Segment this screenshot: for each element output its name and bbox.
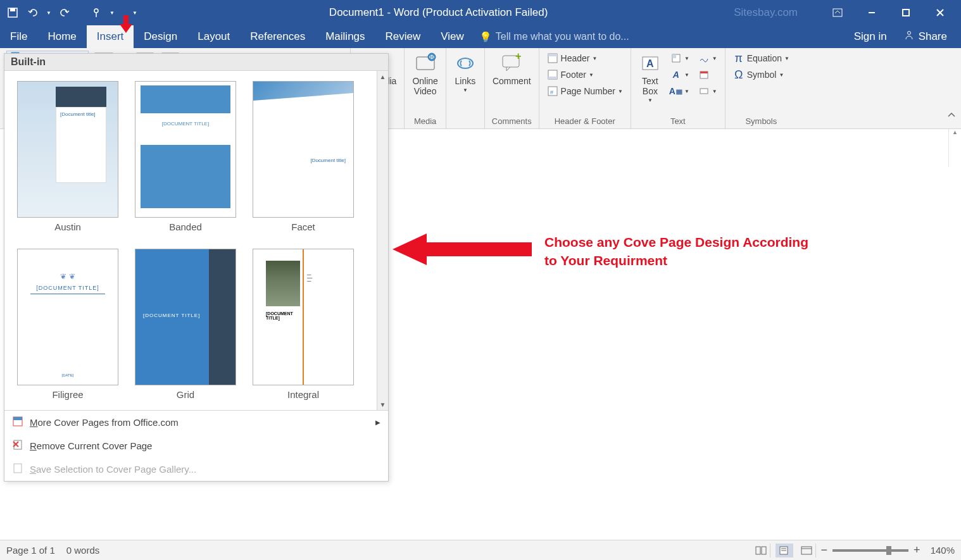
tab-references[interactable]: References (240, 25, 315, 48)
zoom-level[interactable]: 140% (931, 545, 955, 556)
text-box-button[interactable]: A Text Box ▼ (636, 51, 664, 104)
svg-rect-5 (903, 9, 909, 16)
ribbon-display-icon[interactable] (824, 4, 851, 22)
equation-button[interactable]: πEquation ▼ (731, 51, 792, 66)
thumb-integral: [DOCUMENT TITLE] ━━━━━━━━━━ (253, 249, 354, 385)
undo-dropdown-icon[interactable]: ▼ (46, 5, 52, 20)
scroll-up-icon[interactable]: ▲ (949, 129, 961, 140)
watermark-text: Sitesbay.com (734, 6, 798, 19)
cover-page-grid: [Document title] Austin [DOCUMENT TITLE]… (4, 71, 388, 410)
annotation-arrow-left-icon (393, 231, 532, 268)
remove-icon (12, 439, 23, 452)
cover-facet[interactable]: [Document title] Facet (253, 81, 354, 232)
close-icon[interactable] (927, 4, 953, 22)
svg-rect-50 (762, 547, 766, 554)
cover-filigree[interactable]: ❦ ❦[DOCUMENT TITLE] [DATE] Filigree (17, 249, 118, 400)
wordart-button[interactable]: A▼ (668, 67, 692, 82)
quick-parts-icon (670, 53, 682, 64)
signature-icon (698, 53, 710, 64)
scroll-down-icon[interactable]: ▼ (377, 399, 388, 410)
tab-file[interactable]: File (0, 25, 37, 48)
word-count[interactable]: 0 words (66, 545, 100, 556)
svg-text:+: + (515, 52, 521, 61)
window-title: Document1 - Word (Product Activation Fai… (143, 6, 734, 19)
comment-button[interactable]: + Comment (490, 51, 534, 87)
tab-review[interactable]: Review (375, 25, 431, 48)
tab-mailings[interactable]: Mailings (315, 25, 375, 48)
page-indicator[interactable]: Page 1 of 1 (6, 545, 55, 556)
scroll-up-icon[interactable]: ▲ (377, 71, 388, 82)
object-button[interactable]: ▼ (696, 84, 720, 99)
web-layout-icon[interactable] (798, 544, 816, 557)
cover-grid[interactable]: [DOCUMENT TITLE] Grid (135, 249, 236, 400)
tab-view[interactable]: View (430, 25, 474, 48)
svg-rect-54 (801, 547, 812, 554)
drop-cap-button[interactable]: A≣▼ (668, 84, 692, 99)
ribbon-tabs: File Home Insert Design Layout Reference… (0, 25, 961, 48)
svg-rect-28 (700, 72, 708, 73)
share-button[interactable]: Share (897, 30, 953, 44)
symbol-button[interactable]: ΩSymbol ▼ (731, 67, 792, 82)
page-number-button[interactable]: #Page Number ▼ (544, 84, 625, 99)
office-icon (12, 416, 23, 429)
zoom-in-button[interactable]: + (914, 544, 920, 557)
tab-layout[interactable]: Layout (187, 25, 240, 48)
tab-home[interactable]: Home (37, 25, 86, 48)
thumb-austin: [Document title] (17, 81, 118, 218)
window-controls: Sitesbay.com (734, 4, 961, 22)
annotation-text: Choose any Cove Page Design According to… (544, 233, 808, 270)
links-button[interactable]: Links ▼ (451, 51, 479, 94)
remove-cover-page-menu[interactable]: Remove Current Cover Page (4, 434, 388, 457)
cover-integral[interactable]: [DOCUMENT TITLE] ━━━━━━━━━━ Integral (253, 249, 354, 400)
text-box-icon: A (639, 52, 662, 75)
cover-banded[interactable]: [DOCUMENT TITLE] Banded (135, 81, 236, 232)
minimize-icon[interactable] (858, 4, 885, 22)
tell-me-search[interactable]: 💡 Tell me what you want to do... (474, 31, 629, 43)
page-number-icon: # (547, 85, 558, 97)
thumb-filigree: ❦ ❦[DOCUMENT TITLE] [DATE] (17, 249, 118, 385)
svg-rect-20 (548, 77, 557, 79)
zoom-slider[interactable] (832, 549, 908, 552)
comment-icon: + (500, 52, 523, 75)
svg-point-8 (907, 31, 910, 34)
zoom-out-button[interactable]: − (821, 544, 828, 557)
object-icon (698, 85, 710, 97)
svg-rect-26 (672, 54, 676, 58)
svg-rect-49 (756, 547, 760, 554)
dropdown-footer: More Cover Pages from Office.com ▶ Remov… (4, 410, 388, 481)
header-footer-group-label: Header & Footer (555, 116, 615, 127)
dropdown-scrollbar[interactable]: ▲ ▼ (377, 71, 388, 410)
date-time-button[interactable] (696, 67, 720, 82)
thumb-banded: [DOCUMENT TITLE] (135, 81, 236, 218)
svg-rect-1 (10, 8, 15, 11)
redo-icon[interactable] (57, 5, 72, 20)
dropdown-section-header: Built-in (4, 54, 388, 71)
more-cover-pages-menu[interactable]: More Cover Pages from Office.com ▶ (4, 411, 388, 434)
touch-mode-icon[interactable] (89, 5, 104, 20)
lightbulb-icon: 💡 (479, 31, 492, 43)
footer-button[interactable]: Footer ▼ (544, 67, 625, 82)
print-layout-icon[interactable] (776, 544, 793, 557)
svg-rect-48 (14, 464, 22, 473)
online-video-button[interactable]: Online Video (410, 51, 440, 97)
signature-button[interactable]: ▼ (696, 51, 720, 66)
collapse-ribbon-icon[interactable] (947, 111, 958, 122)
tab-design[interactable]: Design (134, 25, 187, 48)
read-mode-icon[interactable] (753, 544, 770, 557)
document-scrollbar[interactable]: ▲ (948, 129, 961, 167)
qat-dropdown-icon[interactable]: ▼ (109, 5, 115, 20)
cover-austin[interactable]: [Document title] Austin (17, 81, 118, 232)
svg-rect-29 (700, 89, 708, 94)
undo-icon[interactable] (25, 5, 41, 20)
quick-parts-button[interactable]: ▼ (668, 51, 692, 66)
svg-rect-18 (548, 54, 557, 56)
header-icon (547, 53, 558, 64)
date-time-icon (698, 69, 710, 80)
sign-in-link[interactable]: Sign in (848, 30, 893, 43)
drop-cap-icon: A≣ (670, 85, 682, 97)
symbols-group-label: Symbols (745, 116, 777, 127)
header-button[interactable]: Header ▼ (544, 51, 625, 66)
save-icon[interactable] (5, 5, 20, 20)
svg-rect-44 (13, 417, 22, 420)
maximize-icon[interactable] (893, 4, 919, 22)
